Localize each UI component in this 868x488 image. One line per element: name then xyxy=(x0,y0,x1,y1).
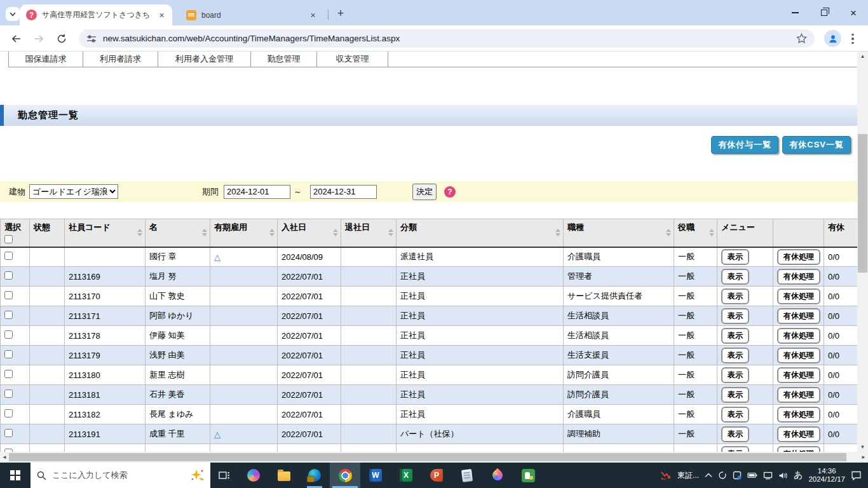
minimize-button[interactable] xyxy=(780,0,810,25)
taskbar-app-excel[interactable]: X xyxy=(391,463,421,488)
help-icon[interactable]: ? xyxy=(444,186,456,198)
stock-ticker-text[interactable]: 東証... xyxy=(677,470,699,481)
paid-leave-process-button[interactable]: 有休処理 xyxy=(777,387,820,403)
tab-close-icon[interactable]: × xyxy=(308,10,318,20)
header-retire-date[interactable]: 退社日 xyxy=(341,219,397,247)
nav-item-kokuhoren[interactable]: 国保連請求 xyxy=(8,51,83,67)
header-hire-date[interactable]: 入社日 xyxy=(278,219,341,247)
row-checkbox[interactable] xyxy=(4,291,13,299)
row-checkbox[interactable] xyxy=(4,330,13,339)
paid-leave-process-button[interactable]: 有休処理 xyxy=(777,407,820,423)
taskbar-app-copilot[interactable] xyxy=(238,463,269,488)
header-fixed-term[interactable]: 有期雇用 xyxy=(210,219,278,247)
vertical-scroll-thumb[interactable] xyxy=(858,134,867,273)
profile-avatar[interactable] xyxy=(824,30,841,47)
forward-button[interactable] xyxy=(31,30,47,47)
tray-sync-icon[interactable] xyxy=(718,471,727,480)
tab-satsukichan[interactable]: ? サ高住専用経営ソフトさつきちゃん × xyxy=(20,4,172,25)
stock-down-icon[interactable] xyxy=(660,470,672,480)
paid-leave-process-button[interactable]: 有休処理 xyxy=(777,426,820,442)
paid-leave-process-button[interactable]: 有休処理 xyxy=(777,367,820,383)
header-name[interactable]: 名 xyxy=(146,219,210,247)
paid-leave-process-button[interactable]: 有休処理 xyxy=(777,446,820,452)
scroll-up-icon[interactable]: ▲ xyxy=(857,51,868,61)
row-checkbox[interactable] xyxy=(4,390,13,398)
reload-button[interactable] xyxy=(53,30,70,47)
show-button[interactable]: 表示 xyxy=(721,446,749,452)
url-bar[interactable]: new.satsukichan.com/web/Accounting/TimeM… xyxy=(79,29,815,48)
nav-item-attendance[interactable]: 勤怠管理 xyxy=(251,51,317,67)
date-from-input[interactable] xyxy=(224,185,290,199)
row-checkbox[interactable] xyxy=(4,311,13,319)
date-to-input[interactable] xyxy=(310,185,377,199)
header-rank[interactable]: 役職 xyxy=(674,219,717,247)
paid-leave-process-button[interactable]: 有休処理 xyxy=(777,328,820,344)
nav-item-user-payment[interactable]: 利用者入金管理 xyxy=(158,51,251,67)
show-button[interactable]: 表示 xyxy=(721,426,749,442)
show-button[interactable]: 表示 xyxy=(721,407,749,423)
paid-leave-process-button[interactable]: 有休処理 xyxy=(777,308,820,324)
row-checkbox[interactable] xyxy=(4,429,13,437)
paid-leave-process-button[interactable]: 有休処理 xyxy=(777,348,820,363)
battery-icon[interactable] xyxy=(747,471,757,479)
horizontal-scrollbar[interactable]: ◄ ► xyxy=(0,452,868,463)
back-button[interactable] xyxy=(8,30,24,47)
scroll-down-icon[interactable]: ▼ xyxy=(857,442,868,452)
tray-app-icon[interactable] xyxy=(733,471,742,480)
taskbar-app-notepad[interactable] xyxy=(452,463,482,488)
taskbar-app-green[interactable] xyxy=(513,463,543,488)
volume-icon[interactable] xyxy=(778,471,788,480)
tab-close-icon[interactable]: × xyxy=(156,10,167,20)
scroll-right-icon[interactable]: ► xyxy=(859,452,868,463)
show-button[interactable]: 表示 xyxy=(721,269,749,285)
horizontal-scroll-thumb[interactable] xyxy=(9,453,846,461)
nav-item-balance[interactable]: 収支管理 xyxy=(317,51,388,67)
taskbar-app-powerpoint[interactable]: P xyxy=(421,463,452,488)
close-button[interactable]: × xyxy=(839,0,868,25)
bookmark-star-icon[interactable] xyxy=(796,33,807,44)
show-button[interactable]: 表示 xyxy=(721,348,749,363)
header-job-type[interactable]: 職種 xyxy=(564,219,674,247)
scroll-left-icon[interactable]: ◄ xyxy=(0,452,9,463)
action-center-icon[interactable] xyxy=(851,470,862,480)
row-checkbox[interactable] xyxy=(4,252,13,260)
building-select[interactable]: ゴールドエイジ瑞浪 xyxy=(29,184,118,199)
show-button[interactable]: 表示 xyxy=(721,308,749,324)
row-checkbox[interactable] xyxy=(4,370,13,378)
show-button[interactable]: 表示 xyxy=(721,367,749,383)
select-all-checkbox[interactable] xyxy=(4,235,13,243)
new-tab-button[interactable]: + xyxy=(333,6,348,21)
taskbar-app-paint[interactable] xyxy=(482,463,513,488)
vertical-scrollbar[interactable]: ▲ ▼ xyxy=(857,51,868,452)
row-checkbox[interactable] xyxy=(4,409,13,417)
row-checkbox[interactable] xyxy=(4,271,13,280)
paid-leave-grant-list-button[interactable]: 有休付与一覧 xyxy=(711,136,778,154)
submit-button[interactable]: 決定 xyxy=(412,184,437,200)
paid-leave-process-button[interactable]: 有休処理 xyxy=(777,269,820,285)
row-checkbox[interactable] xyxy=(4,350,13,358)
taskbar-app-edge[interactable] xyxy=(299,463,330,488)
restore-button[interactable] xyxy=(810,0,839,25)
tray-expand-icon[interactable] xyxy=(705,473,712,478)
header-employee-code[interactable]: 社員コード xyxy=(65,219,146,247)
task-view-button[interactable] xyxy=(210,463,238,488)
nav-item-user-billing[interactable]: 利用者請求 xyxy=(83,51,158,67)
ime-indicator[interactable]: あ xyxy=(794,470,803,481)
start-button[interactable] xyxy=(0,463,31,488)
paid-leave-csv-list-button[interactable]: 有休CSV一覧 xyxy=(782,136,851,154)
taskbar-app-chrome[interactable] xyxy=(330,463,360,488)
header-category[interactable]: 分類 xyxy=(397,219,564,247)
url-text[interactable]: new.satsukichan.com/web/Accounting/TimeM… xyxy=(103,34,790,43)
show-button[interactable]: 表示 xyxy=(721,387,749,403)
taskbar-app-explorer[interactable] xyxy=(269,463,299,488)
show-button[interactable]: 表示 xyxy=(721,249,749,265)
paid-leave-process-button[interactable]: 有休処理 xyxy=(777,288,820,304)
taskbar-clock[interactable]: 14:36 2024/12/17 xyxy=(808,467,845,484)
tab-search-button[interactable] xyxy=(6,7,20,21)
show-button[interactable]: 表示 xyxy=(721,328,749,344)
browser-menu-button[interactable] xyxy=(845,30,860,47)
taskbar-search[interactable]: ここに入力して検索 xyxy=(31,463,210,488)
network-icon[interactable] xyxy=(763,471,773,480)
taskbar-app-word[interactable]: W xyxy=(360,463,391,488)
paid-leave-process-button[interactable]: 有休処理 xyxy=(777,249,820,265)
